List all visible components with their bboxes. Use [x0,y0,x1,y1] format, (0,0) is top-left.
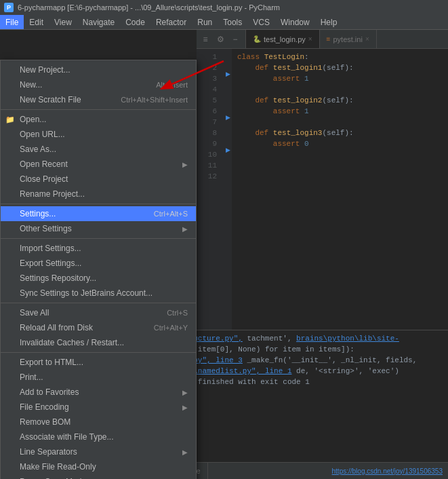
menu-bar: File Edit View Navigate Code Refactor Ru… [0,15,448,30]
menu-section-2: 📁 Open... Open URL... Save As... Open Re… [1,110,196,204]
main-content: New Project... New... Alt+Insert New Scr… [0,30,448,479]
menu-save-all[interactable]: Save All Ctrl+S [1,305,196,320]
menu-new[interactable]: New... Alt+Insert [1,77,196,92]
menu-navigate[interactable]: Navigate [77,15,120,29]
arrow-icon: ▶ [182,404,188,411]
menu-save-as[interactable]: Save As... [1,142,196,157]
menu-new-scratch-file[interactable]: New Scratch File Ctrl+Alt+Shift+Insert [1,92,196,107]
menu-open-recent[interactable]: Open Recent ▶ [1,157,196,172]
menu-open[interactable]: 📁 Open... [1,112,196,127]
menu-open-url[interactable]: Open URL... [1,127,196,142]
menu-code[interactable]: Code [120,15,150,29]
menu-sync-settings[interactable]: Sync Settings to JetBrains Account... [1,286,196,301]
menu-export-html[interactable]: Export to HTML... [1,355,196,370]
menu-close-project[interactable]: Close Project [1,172,196,187]
menu-print[interactable]: Print... [1,370,196,385]
title-bar: P 6-pycharmapp [E:\6-pycharmapp] - ...\0… [0,0,448,15]
menu-edit[interactable]: Edit [24,15,49,29]
menu-invalidate-caches[interactable]: Invalidate Caches / Restart... [1,335,196,350]
menu-section-1: New Project... New... Alt+Insert New Scr… [1,60,196,110]
menu-help[interactable]: Help [315,15,343,29]
arrow-icon: ▶ [182,225,188,233]
menu-section-6: Export to HTML... Print... Add to Favori… [1,353,196,479]
menu-settings[interactable]: Settings... Ctrl+Alt+S [1,206,196,221]
menu-new-project[interactable]: New Project... [1,62,196,77]
menu-remove-bom[interactable]: Remove BOM [1,415,196,429]
arrow-icon: ▶ [182,448,188,456]
menu-section-4: Import Settings... Export Settings... Se… [1,239,196,303]
window-title: 6-pycharmapp [E:\6-pycharmapp] - ...\09_… [18,3,280,12]
menu-export-settings[interactable]: Export Settings... [1,256,196,271]
menu-associate-file-type[interactable]: Associate with File Type... [1,429,196,444]
menu-file[interactable]: File [0,15,24,29]
menu-rename-project[interactable]: Rename Project... [1,187,196,202]
menu-reload-disk[interactable]: Reload All from Disk Ctrl+Alt+Y [1,320,196,335]
arrow-icon: ▶ [182,389,188,396]
file-dropdown-menu: New Project... New... Alt+Insert New Scr… [0,60,197,479]
arrow-icon: ▶ [182,161,188,168]
menu-make-read-only[interactable]: Make File Read-Only [1,459,196,474]
menu-section-3: Settings... Ctrl+Alt+S Other Settings ▶ [1,204,196,239]
menu-settings-repository[interactable]: Settings Repository... [1,271,196,286]
menu-other-settings[interactable]: Other Settings ▶ [1,221,196,236]
app-icon: P [4,3,14,12]
menu-tools[interactable]: Tools [218,15,247,29]
folder-icon: 📁 [5,115,16,124]
menu-vcs[interactable]: VCS [247,15,275,29]
menu-window[interactable]: Window [275,15,315,29]
menu-refactor[interactable]: Refactor [150,15,192,29]
menu-line-separators[interactable]: Line Separators ▶ [1,444,196,459]
menu-view[interactable]: View [49,15,77,29]
menu-power-save[interactable]: Power Save Mode [1,474,196,479]
menu-run[interactable]: Run [192,15,218,29]
menu-section-5: Save All Ctrl+S Reload All from Disk Ctr… [1,303,196,353]
menu-add-favorites[interactable]: Add to Favorites ▶ [1,385,196,400]
menu-file-encoding[interactable]: File Encoding ▶ [1,400,196,415]
menu-import-settings[interactable]: Import Settings... [1,241,196,256]
